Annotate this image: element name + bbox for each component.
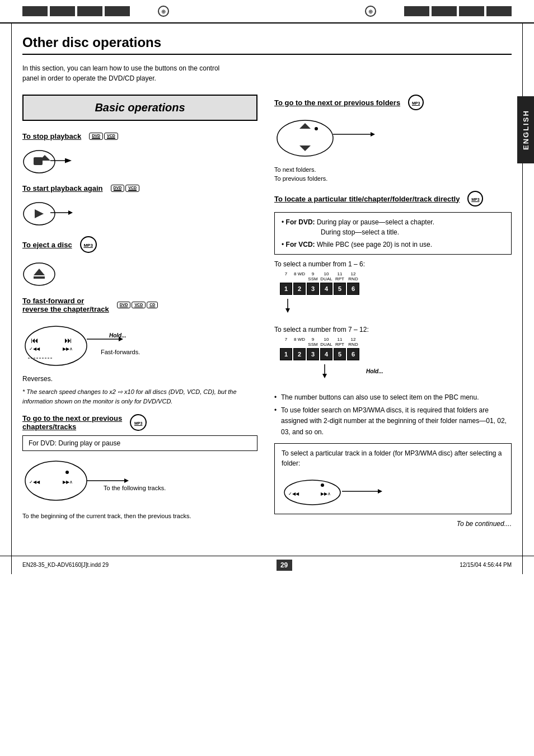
- num-label-7b: 7: [280, 337, 292, 347]
- fast-forward-label: To fast-forward orreverse the chapter/tr…: [22, 297, 109, 313]
- svg-text:✓◀◀: ✓◀◀: [29, 346, 40, 351]
- svg-text:✓◀◀: ✓◀◀: [29, 480, 40, 485]
- mp3-badge-eject: MP3: [80, 236, 97, 253]
- left-margin-line: [11, 24, 12, 574]
- dvd-play-pause-info: • For DVD: During play or pause—select a…: [282, 217, 504, 227]
- header-block-8: [486, 6, 512, 16]
- num-btn-3: 3: [307, 283, 319, 295]
- num-btn-2: 2: [293, 283, 306, 295]
- english-sidebar-label: ENGLISH: [517, 96, 534, 163]
- right-column: To go to the next or previous folders MP…: [274, 95, 512, 528]
- track-in-folder-diagram: ✓◀◀ ▶▶∧: [282, 473, 504, 509]
- header-circle-right: ⊕: [365, 6, 376, 17]
- ff-svg: ⏮ ✓◀◀ ⏭ ▶▶∧ Hold... Fast-forwards.: [22, 318, 190, 368]
- next-prev-chapters-label: To go to the next or previouschapters/tr…: [22, 414, 122, 431]
- vcd-badge-start: VCD: [125, 185, 139, 192]
- num-btn-4b: 4: [320, 348, 332, 360]
- start-svg: [22, 197, 90, 228]
- mp3-badge-folders: MP3: [408, 95, 424, 110]
- num-label-9ssm: 9 SSM: [307, 271, 319, 281]
- svg-marker-9: [34, 269, 45, 275]
- intro-text: In this section, you can learn how to us…: [22, 63, 235, 83]
- svg-text:▶▶∧: ▶▶∧: [63, 346, 73, 351]
- vcd-info: • For VCD: While PBC (see page 20) is no…: [282, 240, 504, 250]
- eject-svg: [22, 257, 90, 288]
- svg-text:▶▶∧: ▶▶∧: [63, 480, 73, 485]
- num-label-10dual-b: 10 DUAL: [320, 337, 332, 347]
- svg-marker-33: [371, 132, 375, 137]
- header-blocks-right: [404, 6, 512, 16]
- num-btn-1b: 1: [280, 348, 292, 360]
- to-be-continued: To be continued....: [274, 520, 512, 528]
- svg-marker-30: [299, 145, 311, 151]
- next-prev-folders-heading: To go to the next or previous folders MP…: [274, 95, 512, 110]
- stop-playback-label: To stop playback: [22, 132, 81, 140]
- num-btn-4: 4: [320, 283, 332, 295]
- svg-rect-1: [34, 157, 43, 165]
- svg-marker-35: [285, 308, 290, 313]
- to-next-folders-caption: To next folders.: [274, 166, 512, 173]
- locate-title-label: To locate a particular title/chapter/fol…: [274, 195, 460, 203]
- track-in-folder-svg: ✓◀◀ ▶▶∧: [282, 473, 405, 506]
- num-label-11rpt-b: 11 RPT: [334, 337, 346, 347]
- svg-point-31: [315, 127, 318, 130]
- cd-badge-ff: CD: [147, 302, 158, 309]
- title-divider: [22, 54, 512, 55]
- svg-marker-29: [299, 123, 311, 129]
- svg-marker-37: [322, 374, 327, 378]
- num-label-10dual: 10 DUAL: [320, 271, 332, 281]
- svg-text:⏭: ⏭: [64, 336, 72, 345]
- header-block-2: [50, 6, 75, 16]
- svg-marker-7: [68, 210, 73, 215]
- select-7-12-arrow: Hold...: [274, 361, 512, 381]
- svg-marker-26: [124, 478, 129, 483]
- eject-diagram: [22, 257, 257, 288]
- header-block-6: [432, 6, 457, 16]
- start-playback-label: To start playback again: [22, 184, 103, 192]
- italic-note: * The search speed changes to x2 ⇨ x10 f…: [22, 387, 257, 406]
- svg-text:✓◀◀: ✓◀◀: [288, 491, 299, 496]
- num-btn-5: 5: [334, 283, 346, 295]
- header-blocks-left: [22, 6, 130, 16]
- folders-svg: [274, 115, 420, 159]
- page-title: Other disc operations: [22, 35, 512, 50]
- hold-label: Hold...: [366, 368, 383, 374]
- svg-text:To the following tracks.: To the following tracks.: [104, 485, 166, 491]
- dvd-stop-info: During stop—select a title.: [282, 227, 504, 237]
- vcd-badge-ff: VCD: [132, 302, 146, 309]
- for-dvd-label: For DVD: During play or pause: [29, 439, 120, 447]
- eject-disc-label: To eject a disc: [22, 241, 72, 249]
- page-number: 29: [280, 561, 288, 569]
- start-playback-heading: To start playback again DVD VCD: [22, 184, 257, 192]
- for-dvd-box: For DVD: During play or pause: [22, 435, 257, 451]
- num-label-7: 7: [280, 271, 292, 281]
- footer-right-text: 12/15/04 4:56:44 PM: [460, 562, 512, 568]
- fast-forward-diagram: ⏮ ✓◀◀ ⏭ ▶▶∧ Hold... Fast-forwards.: [22, 318, 257, 368]
- to-prev-folders-caption: To previous folders.: [274, 175, 512, 182]
- stop-diagram: [22, 145, 257, 176]
- stop-playback-heading: To stop playback DVD VCD: [22, 132, 257, 140]
- eject-disc-heading: To eject a disc MP3: [22, 236, 257, 253]
- header-block-4: [105, 6, 130, 16]
- svg-text:▶▶∧: ▶▶∧: [321, 491, 331, 496]
- svg-text:⏮: ⏮: [31, 336, 39, 345]
- num-btn-6: 6: [347, 283, 359, 295]
- stop-playback-badges: DVD VCD: [89, 133, 118, 140]
- page-number-box: 29: [277, 560, 292, 571]
- select-1-6-arrow: [274, 296, 512, 314]
- svg-point-11: [25, 326, 87, 365]
- reverses-label: Reverses.: [22, 375, 257, 383]
- two-column-layout: Basic operations To stop playback DVD VC…: [22, 95, 512, 528]
- num-label-12rnd-b: 12 RND: [347, 337, 359, 347]
- svg-marker-5: [35, 209, 44, 218]
- bullet-list: The number buttons can also use to selec…: [274, 392, 512, 438]
- fast-forward-heading: To fast-forward orreverse the chapter/tr…: [22, 297, 257, 313]
- basic-operations-box: Basic operations: [22, 95, 257, 121]
- bullet-item-2: To use folder search on MP3/WMA discs, i…: [274, 405, 512, 438]
- svg-point-41: [321, 483, 324, 487]
- num-label-8wd: 8 WD: [293, 271, 306, 281]
- select-1-6-label: To select a number from 1 – 6:: [274, 260, 512, 268]
- basic-operations-title: Basic operations: [95, 101, 185, 114]
- num-btn-6b: 6: [347, 348, 359, 360]
- svg-rect-10: [34, 276, 45, 279]
